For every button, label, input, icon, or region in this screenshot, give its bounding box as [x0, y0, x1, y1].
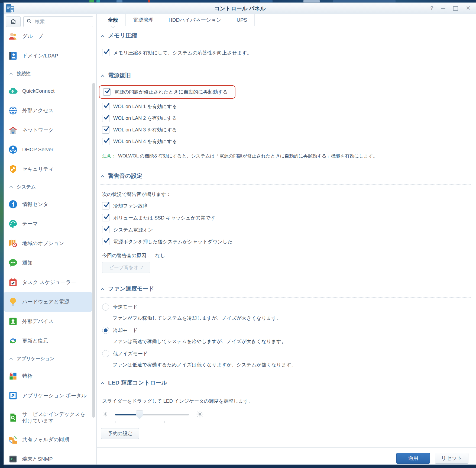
tab-general[interactable]: 全般 [101, 14, 125, 26]
network-home-icon [8, 125, 18, 135]
section-memory-compression: メモリ圧縮 メモリ圧縮を有効にして、システムの応答性を向上させます。 [101, 32, 471, 56]
sidebar-item-update-restore[interactable]: 更新と復元 [4, 331, 96, 351]
section-divider [8, 80, 90, 80]
sidebar-item-shared-folder-sync[interactable]: 共有フォルダの同期 [4, 430, 96, 449]
section-fan-speed-mode: ファン速度モード 全速モードファンがフル稼働してシステムを冷却しますが、ノイズが… [101, 285, 471, 368]
sidebar-section-label: 接続性 [17, 70, 31, 77]
section-header-led[interactable]: LED 輝度コントロール [101, 379, 471, 386]
sidebar-item-label: 地域のオプション [22, 240, 64, 247]
sidebar-item-hardware-power[interactable]: ハードウェアと電源 [4, 292, 92, 312]
checkbox-label: WOL on LAN 1 を有効にする [113, 103, 177, 110]
title-bar: コントロール パネル ? ✕ [4, 3, 476, 14]
sidebar-section-application[interactable]: アプリケーション [4, 351, 96, 366]
sidebar-item-quickconnect[interactable]: QuickConnect [4, 81, 96, 101]
tab-bar: 全般電源管理HDDハイバネーションUPS [97, 14, 476, 26]
checkbox-row: メモリ圧縮を有効にして、システムの応答性を向上させます。 [102, 49, 471, 56]
domain-ldap-icon [8, 51, 18, 61]
checkbox[interactable] [102, 49, 109, 56]
checkbox[interactable] [103, 88, 111, 96]
palette-icon [8, 219, 18, 229]
checkbox[interactable] [102, 202, 109, 209]
checkbox-label: 冷却ファン故障 [113, 203, 148, 209]
sidebar-scrollbar[interactable] [92, 83, 95, 418]
control-panel-app-icon[interactable] [5, 4, 15, 13]
sidebar: グループドメイン/LDAP接続性QuickConnect外部アクセスネットワーク… [4, 14, 97, 464]
radio-button[interactable] [102, 350, 109, 357]
checkbox-row: システム電源オン [102, 226, 471, 233]
checkbox[interactable] [102, 138, 109, 145]
sidebar-item-privileges[interactable]: 特権 [4, 366, 96, 386]
schedule-button[interactable]: 予約の設定 [101, 428, 139, 439]
sidebar-item-external-devices[interactable]: 外部デバイス [4, 312, 96, 331]
tab-hdd-hibernation[interactable]: HDDハイバネーション [161, 14, 229, 26]
sidebar-item-terminal-snmp[interactable]: 端末とSNMP [4, 449, 96, 464]
home-icon [10, 18, 17, 26]
sidebar-item-notification[interactable]: 通知 [4, 253, 96, 273]
checkbox[interactable] [102, 238, 109, 245]
section-header-fan[interactable]: ファン速度モード [101, 285, 471, 292]
chevron-up-icon [9, 184, 13, 189]
speech-bubble-icon [8, 258, 18, 268]
sidebar-item-security[interactable]: セキュリティ [4, 159, 96, 179]
slider-handle[interactable] [136, 411, 143, 419]
checkbox[interactable] [102, 126, 109, 134]
apply-button[interactable]: 適用 [396, 453, 430, 464]
slider-tick [140, 421, 140, 423]
radio-button[interactable] [102, 304, 109, 311]
reset-button[interactable]: リセット [435, 453, 468, 464]
checkbox[interactable] [102, 226, 109, 233]
collapse-icon [101, 379, 105, 386]
tab-ups[interactable]: UPS [229, 14, 255, 26]
sidebar-item-label: ドメイン/LDAP [22, 53, 58, 59]
sidebar-item-info-center[interactable]: 情報センター [4, 195, 96, 214]
sidebar-section-label: アプリケーション [17, 356, 54, 362]
help-icon[interactable]: ? [430, 4, 434, 12]
shield-icon [8, 164, 18, 174]
sidebar-item-dhcp-server[interactable]: DHCP Server [4, 140, 96, 159]
search-input[interactable] [34, 19, 90, 25]
sidebar-item-external-access[interactable]: 外部アクセス [4, 101, 96, 120]
sidebar-item-label: テーマ [22, 221, 38, 227]
sidebar-section-connectivity[interactable]: 接続性 [4, 66, 96, 81]
beep-off-button[interactable]: ビープ音をオフ [102, 262, 150, 273]
sidebar-item-label: 外部アクセス [22, 107, 54, 114]
sidebar-item-regional-options[interactable]: 地域のオプション [4, 234, 96, 253]
section-header-beep[interactable]: 警告音の設定 [101, 172, 471, 180]
checkbox-row: 電源の問題が修正されたときに自動的に再起動する [103, 88, 228, 96]
checkbox[interactable] [102, 103, 109, 110]
sidebar-item-theme[interactable]: テーマ [4, 214, 96, 234]
beep-cause: 今回の警告音の原因： なし [102, 252, 471, 259]
sidebar-item-indexing-service[interactable]: サービスにインデックスを付けています [4, 405, 96, 430]
sidebar-item-group[interactable]: グループ [4, 27, 96, 46]
close-icon[interactable]: ✕ [466, 4, 471, 12]
slider-track[interactable] [115, 414, 189, 415]
checkbox[interactable] [102, 214, 109, 221]
terminal-icon [8, 454, 18, 464]
sidebar-item-label: ハードウェアと電源 [22, 299, 69, 305]
section-header-power-recovery[interactable]: 電源復旧 [101, 72, 471, 79]
radio-button[interactable] [102, 327, 109, 334]
section-header-memory[interactable]: メモリ圧縮 [101, 32, 471, 39]
sidebar-item-network[interactable]: ネットワーク [4, 120, 96, 140]
sidebar-item-label: 外部デバイス [22, 318, 54, 325]
sidebar-item-label: ネットワーク [22, 127, 54, 133]
collapse-icon [101, 72, 105, 79]
footer-bar: 適用 リセット [97, 447, 476, 464]
minimize-icon[interactable] [441, 8, 445, 9]
sidebar-section-system[interactable]: システム [4, 179, 96, 195]
screen: コントロール パネル ? ✕ [0, 0, 476, 468]
home-button[interactable] [6, 16, 21, 27]
checkbox-label: システム電源オン [113, 227, 153, 233]
sidebar-item-domain-ldap[interactable]: ドメイン/LDAP [4, 46, 96, 66]
sidebar-item-application-portal[interactable]: アプリケーション ポータル [4, 386, 96, 405]
red-highlight-annotation: 電源の問題が修正されたときに自動的に再起動する [99, 85, 235, 99]
dhcp-icon [8, 145, 18, 154]
search-box[interactable] [23, 16, 93, 27]
sidebar-item-label: 通知 [22, 260, 33, 266]
tab-power-management[interactable]: 電源管理 [125, 14, 161, 26]
sidebar-item-task-scheduler[interactable]: タスク スケジューラー [4, 273, 96, 292]
maximize-icon[interactable] [453, 6, 458, 11]
info-icon [8, 199, 18, 209]
checkbox-label: メモリ圧縮を有効にして、システムの応答性を向上させます。 [113, 50, 252, 56]
checkbox[interactable] [102, 115, 109, 122]
